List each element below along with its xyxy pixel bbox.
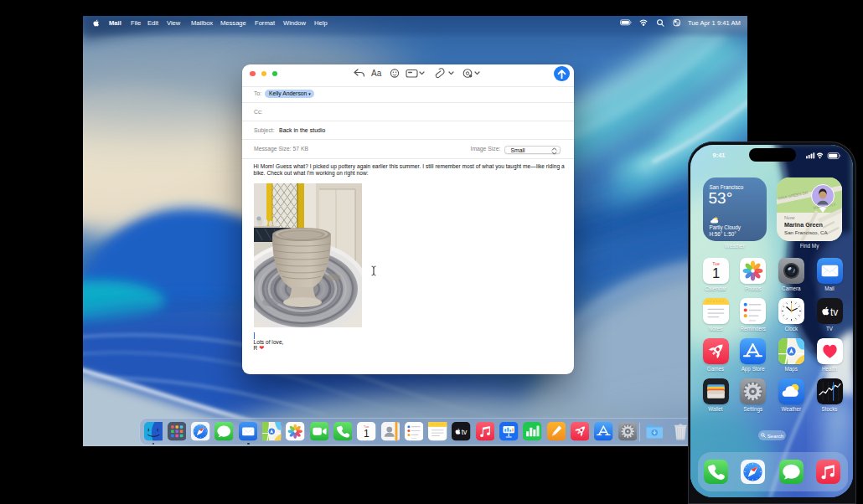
svg-text:Aa: Aa xyxy=(371,69,382,78)
